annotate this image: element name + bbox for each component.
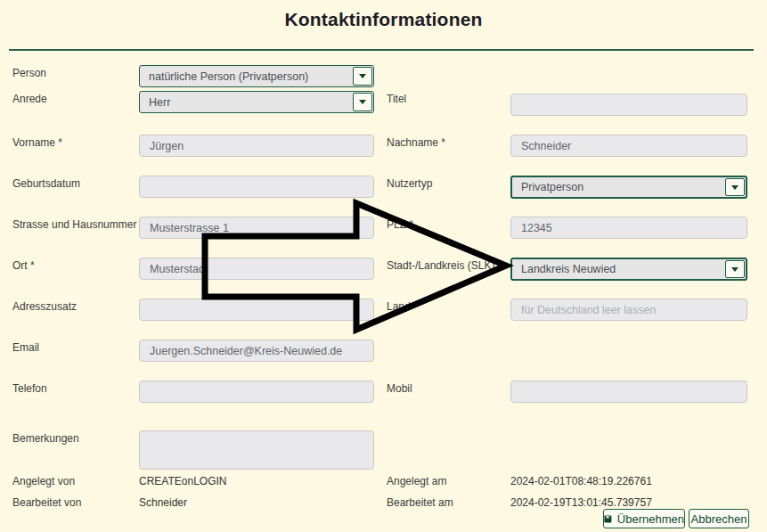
save-icon (604, 514, 612, 524)
bemerkungen-label: Bemerkungen (12, 432, 79, 445)
apply-button-label: Übernehmen (617, 512, 684, 526)
email-input[interactable] (139, 340, 374, 362)
mobil-input[interactable] (510, 381, 747, 403)
anrede-select-caret-button[interactable] (353, 93, 372, 111)
row-vorname-nachname: Vorname * Nachname * (0, 135, 767, 160)
geburtsdatum-label: Geburtsdatum (12, 177, 80, 190)
anrede-select[interactable]: Herr (139, 91, 374, 113)
chevron-down-icon (731, 185, 738, 190)
plz-input[interactable] (510, 217, 747, 239)
telefon-input[interactable] (139, 381, 374, 403)
bearbeitet-am-label: Bearbeitet am (387, 496, 453, 509)
vorname-input[interactable] (139, 135, 374, 157)
row-strasse-plz: Strasse und Hausnummer * PLZ * (0, 217, 767, 241)
mobil-label: Mobil (387, 382, 412, 395)
row-angelegt: Angelegt von CREATEonLOGIN Angelegt am 2… (0, 473, 767, 491)
angelegt-von-label: Angelegt von (12, 475, 75, 487)
nutzertyp-select-value: Privatperson (512, 177, 724, 197)
person-select-caret-button[interactable] (353, 67, 372, 86)
slk-select[interactable]: Landkreis Neuwied (510, 258, 747, 281)
slk-label: Stadt-/Landkreis (SLK) (387, 259, 494, 272)
bearbeitet-am-value: 2024-02-19T13:01:45.739757 (510, 496, 652, 509)
telefon-label: Telefon (12, 382, 47, 395)
person-select-value: natürliche Person (Privatperson) (140, 66, 352, 86)
strasse-input[interactable] (139, 217, 374, 239)
row-bemerkungen: Bemerkungen (0, 430, 767, 471)
email-label: Email (12, 341, 39, 354)
bemerkungen-textarea[interactable] (139, 430, 374, 470)
row-ort-landkreis: Ort * Stadt-/Landkreis (SLK) Landkreis N… (0, 258, 767, 282)
apply-button[interactable]: Übernehmen (603, 509, 685, 528)
title-divider (9, 49, 754, 51)
row-adresszusatz-land: Adresszusatz Land (0, 299, 767, 323)
person-label: Person (12, 67, 46, 79)
land-input[interactable] (510, 299, 747, 321)
geburtsdatum-input[interactable] (139, 176, 374, 198)
angelegt-am-value: 2024-02-01T08:48:19.226761 (510, 475, 652, 487)
chevron-down-icon (731, 267, 738, 272)
adresszusatz-input[interactable] (139, 299, 374, 321)
plz-label: PLZ * (387, 218, 413, 231)
bearbeitet-von-label: Bearbeitet von (12, 496, 81, 509)
kontaktinformationen-form: Kontaktinformationen Person natürliche P… (0, 0, 767, 532)
anrede-select-value: Herr (140, 92, 352, 112)
row-anrede-titel: Anrede Herr Titel (0, 91, 767, 116)
adresszusatz-label: Adresszusatz (12, 300, 77, 313)
strasse-label: Strasse und Hausnummer * (12, 218, 143, 231)
nutzertyp-select[interactable]: Privatperson (510, 176, 747, 199)
bearbeitet-von-value: Schneider (139, 496, 187, 509)
land-label: Land (387, 300, 411, 313)
page-title: Kontaktinformationen (0, 9, 767, 30)
titel-label: Titel (387, 93, 406, 105)
chevron-down-icon (359, 74, 366, 78)
row-telefon-mobil: Telefon Mobil (0, 381, 767, 405)
row-email: Email (0, 340, 767, 364)
row-geburtsdatum-nutzertyp: Geburtsdatum Nutzertyp Privatperson (0, 176, 767, 201)
ort-label: Ort * (12, 259, 35, 272)
angelegt-am-label: Angelegt am (387, 475, 446, 487)
nachname-label: Nachname * (387, 136, 445, 149)
chevron-down-icon (359, 100, 366, 104)
vorname-label: Vorname * (12, 136, 62, 149)
cancel-button[interactable]: Abbrechen (689, 509, 749, 528)
person-select[interactable]: natürliche Person (Privatperson) (139, 65, 374, 87)
ort-input[interactable] (139, 258, 374, 280)
anrede-label: Anrede (12, 93, 47, 105)
slk-select-value: Landkreis Neuwied (512, 259, 724, 279)
angelegt-von-value: CREATEonLOGIN (139, 475, 226, 487)
nachname-input[interactable] (510, 135, 747, 157)
titel-input[interactable] (510, 94, 747, 116)
nutzertyp-select-caret-button[interactable] (725, 178, 745, 196)
nutzertyp-label: Nutzertyp (387, 177, 432, 190)
cancel-button-label: Abbrechen (691, 512, 747, 526)
slk-select-caret-button[interactable] (725, 260, 745, 278)
row-person: Person natürliche Person (Privatperson) (0, 65, 767, 90)
